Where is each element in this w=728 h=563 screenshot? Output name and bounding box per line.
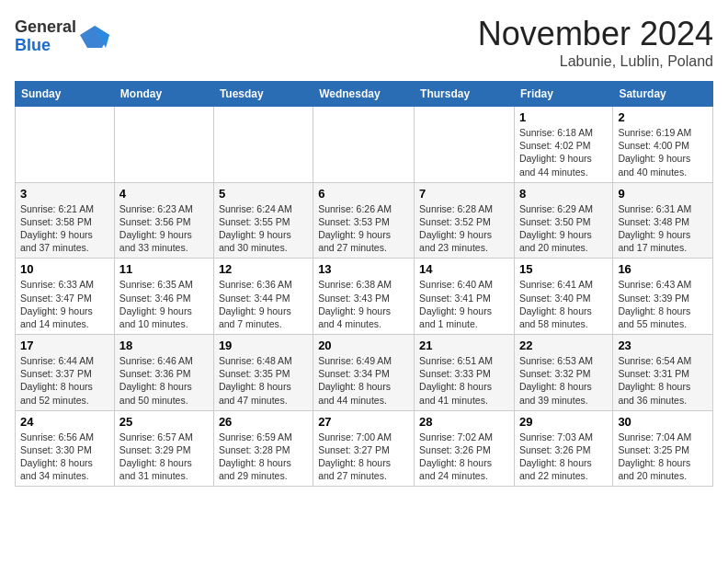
day-detail: Sunrise: 6:51 AM Sunset: 3:33 PM Dayligh… <box>419 355 493 406</box>
location-title: Labunie, Lublin, Poland <box>478 53 713 70</box>
calendar-cell <box>213 107 313 183</box>
logo-general-text: General <box>15 18 76 37</box>
day-detail: Sunrise: 6:59 AM Sunset: 3:28 PM Dayligh… <box>219 431 292 482</box>
week-row-3: 10Sunrise: 6:33 AM Sunset: 3:47 PM Dayli… <box>16 259 713 335</box>
day-number: 29 <box>519 415 608 429</box>
day-number: 12 <box>219 262 308 276</box>
calendar-cell: 14Sunrise: 6:40 AM Sunset: 3:41 PM Dayli… <box>415 259 515 335</box>
calendar-cell: 20Sunrise: 6:49 AM Sunset: 3:34 PM Dayli… <box>313 335 415 411</box>
day-number: 7 <box>419 187 509 201</box>
day-number: 24 <box>20 415 109 429</box>
day-detail: Sunrise: 6:44 AM Sunset: 3:37 PM Dayligh… <box>20 355 94 406</box>
calendar-cell: 23Sunrise: 6:54 AM Sunset: 3:31 PM Dayli… <box>613 335 713 411</box>
day-detail: Sunrise: 7:03 AM Sunset: 3:26 PM Dayligh… <box>519 431 593 482</box>
day-number: 6 <box>318 187 409 201</box>
logo-blue-text: Blue <box>15 37 76 55</box>
calendar-cell: 3Sunrise: 6:21 AM Sunset: 3:58 PM Daylig… <box>16 182 115 259</box>
day-detail: Sunrise: 6:38 AM Sunset: 3:43 PM Dayligh… <box>318 279 392 329</box>
day-number: 4 <box>119 187 209 201</box>
calendar-cell <box>114 107 213 183</box>
day-detail: Sunrise: 6:53 AM Sunset: 3:32 PM Dayligh… <box>519 355 593 406</box>
day-detail: Sunrise: 6:31 AM Sunset: 3:48 PM Dayligh… <box>618 203 691 254</box>
week-row-2: 3Sunrise: 6:21 AM Sunset: 3:58 PM Daylig… <box>16 182 713 259</box>
day-number: 1 <box>519 110 608 124</box>
day-detail: Sunrise: 6:48 AM Sunset: 3:35 PM Dayligh… <box>219 355 292 406</box>
day-number: 28 <box>419 415 509 429</box>
logo-icon <box>80 22 109 52</box>
calendar-cell: 27Sunrise: 7:00 AM Sunset: 3:27 PM Dayli… <box>313 410 415 487</box>
col-header-saturday: Saturday <box>613 82 713 107</box>
day-number: 9 <box>618 187 708 201</box>
calendar-cell: 1Sunrise: 6:18 AM Sunset: 4:02 PM Daylig… <box>514 107 612 183</box>
day-number: 27 <box>318 415 409 429</box>
calendar-cell <box>16 107 115 183</box>
day-detail: Sunrise: 7:04 AM Sunset: 3:25 PM Dayligh… <box>618 431 691 482</box>
day-number: 20 <box>318 339 409 352</box>
day-number: 13 <box>318 262 409 276</box>
day-number: 2 <box>618 110 708 124</box>
calendar-cell: 29Sunrise: 7:03 AM Sunset: 3:26 PM Dayli… <box>514 410 612 487</box>
col-header-friday: Friday <box>514 82 612 107</box>
calendar-cell: 30Sunrise: 7:04 AM Sunset: 3:25 PM Dayli… <box>613 410 713 487</box>
calendar-table: SundayMondayTuesdayWednesdayThursdayFrid… <box>15 81 713 487</box>
day-detail: Sunrise: 6:29 AM Sunset: 3:50 PM Dayligh… <box>519 203 593 254</box>
day-detail: Sunrise: 6:35 AM Sunset: 3:46 PM Dayligh… <box>119 279 193 329</box>
month-title: November 2024 <box>478 15 713 53</box>
calendar-cell: 7Sunrise: 6:28 AM Sunset: 3:52 PM Daylig… <box>415 182 515 259</box>
day-number: 21 <box>419 339 509 352</box>
week-row-4: 17Sunrise: 6:44 AM Sunset: 3:37 PM Dayli… <box>16 335 713 411</box>
calendar-cell: 11Sunrise: 6:35 AM Sunset: 3:46 PM Dayli… <box>114 259 213 335</box>
calendar-cell: 5Sunrise: 6:24 AM Sunset: 3:55 PM Daylig… <box>213 182 313 259</box>
header-row: SundayMondayTuesdayWednesdayThursdayFrid… <box>16 82 713 107</box>
day-detail: Sunrise: 6:24 AM Sunset: 3:55 PM Dayligh… <box>219 203 292 254</box>
day-number: 5 <box>219 187 308 201</box>
day-detail: Sunrise: 6:57 AM Sunset: 3:29 PM Dayligh… <box>119 431 193 482</box>
calendar-cell: 26Sunrise: 6:59 AM Sunset: 3:28 PM Dayli… <box>213 410 313 487</box>
day-detail: Sunrise: 6:36 AM Sunset: 3:44 PM Dayligh… <box>219 279 292 329</box>
day-detail: Sunrise: 6:19 AM Sunset: 4:00 PM Dayligh… <box>618 127 691 178</box>
day-number: 16 <box>618 262 708 276</box>
day-number: 11 <box>119 262 209 276</box>
calendar-cell: 9Sunrise: 6:31 AM Sunset: 3:48 PM Daylig… <box>613 182 713 259</box>
day-number: 10 <box>20 262 109 276</box>
day-detail: Sunrise: 6:41 AM Sunset: 3:40 PM Dayligh… <box>519 279 593 329</box>
day-detail: Sunrise: 6:23 AM Sunset: 3:56 PM Dayligh… <box>119 203 193 254</box>
calendar-cell: 10Sunrise: 6:33 AM Sunset: 3:47 PM Dayli… <box>16 259 115 335</box>
day-number: 3 <box>20 187 109 201</box>
page-header: General Blue November 2024 Labunie, Lubl… <box>15 15 713 70</box>
day-number: 26 <box>219 415 308 429</box>
col-header-wednesday: Wednesday <box>313 82 415 107</box>
calendar-cell: 28Sunrise: 7:02 AM Sunset: 3:26 PM Dayli… <box>415 410 515 487</box>
day-number: 30 <box>618 415 708 429</box>
day-number: 18 <box>119 339 209 352</box>
calendar-cell: 19Sunrise: 6:48 AM Sunset: 3:35 PM Dayli… <box>213 335 313 411</box>
calendar-cell: 22Sunrise: 6:53 AM Sunset: 3:32 PM Dayli… <box>514 335 612 411</box>
calendar-cell: 6Sunrise: 6:26 AM Sunset: 3:53 PM Daylig… <box>313 182 415 259</box>
calendar-cell: 12Sunrise: 6:36 AM Sunset: 3:44 PM Dayli… <box>213 259 313 335</box>
day-detail: Sunrise: 6:40 AM Sunset: 3:41 PM Dayligh… <box>419 279 493 329</box>
day-detail: Sunrise: 6:56 AM Sunset: 3:30 PM Dayligh… <box>20 431 94 482</box>
calendar-cell: 21Sunrise: 6:51 AM Sunset: 3:33 PM Dayli… <box>415 335 515 411</box>
calendar-cell: 8Sunrise: 6:29 AM Sunset: 3:50 PM Daylig… <box>514 182 612 259</box>
calendar-cell <box>313 107 415 183</box>
calendar-cell: 15Sunrise: 6:41 AM Sunset: 3:40 PM Dayli… <box>514 259 612 335</box>
calendar-cell: 4Sunrise: 6:23 AM Sunset: 3:56 PM Daylig… <box>114 182 213 259</box>
day-detail: Sunrise: 6:43 AM Sunset: 3:39 PM Dayligh… <box>618 279 691 329</box>
col-header-sunday: Sunday <box>16 82 115 107</box>
week-row-1: 1Sunrise: 6:18 AM Sunset: 4:02 PM Daylig… <box>16 107 713 183</box>
day-number: 19 <box>219 339 308 352</box>
day-number: 8 <box>519 187 608 201</box>
day-detail: Sunrise: 6:46 AM Sunset: 3:36 PM Dayligh… <box>119 355 193 406</box>
calendar-cell: 17Sunrise: 6:44 AM Sunset: 3:37 PM Dayli… <box>16 335 115 411</box>
col-header-thursday: Thursday <box>415 82 515 107</box>
calendar-cell: 24Sunrise: 6:56 AM Sunset: 3:30 PM Dayli… <box>16 410 115 487</box>
title-block: November 2024 Labunie, Lublin, Poland <box>478 15 713 70</box>
day-detail: Sunrise: 6:54 AM Sunset: 3:31 PM Dayligh… <box>618 355 691 406</box>
day-detail: Sunrise: 7:00 AM Sunset: 3:27 PM Dayligh… <box>318 431 392 482</box>
day-detail: Sunrise: 6:33 AM Sunset: 3:47 PM Dayligh… <box>20 279 94 329</box>
day-number: 14 <box>419 262 509 276</box>
day-number: 17 <box>20 339 109 352</box>
calendar-cell: 16Sunrise: 6:43 AM Sunset: 3:39 PM Dayli… <box>613 259 713 335</box>
day-detail: Sunrise: 6:18 AM Sunset: 4:02 PM Dayligh… <box>519 127 593 178</box>
day-detail: Sunrise: 6:28 AM Sunset: 3:52 PM Dayligh… <box>419 203 493 254</box>
